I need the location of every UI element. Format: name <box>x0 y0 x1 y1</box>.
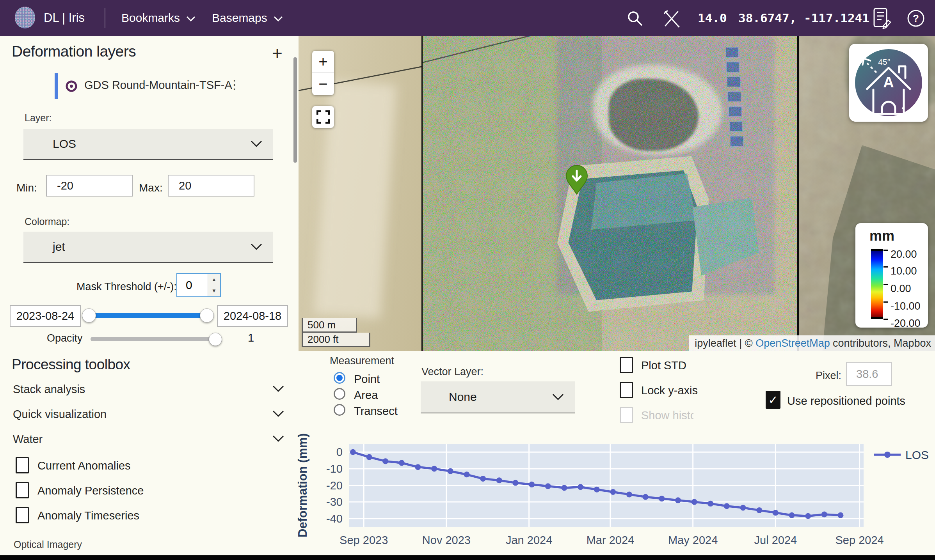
opacity-slider-handle[interactable] <box>209 333 222 346</box>
current-anomalies-checkbox[interactable] <box>16 457 29 473</box>
los-data-point[interactable] <box>707 501 713 507</box>
anomaly-timeseries-label: Anomaly Timeseries <box>37 509 139 522</box>
layer-visibility-icon[interactable] <box>65 80 78 94</box>
openstreetmap-link[interactable]: OpenStreetMap <box>755 337 830 349</box>
los-data-point[interactable] <box>415 464 421 470</box>
pixel-input[interactable] <box>846 362 892 386</box>
los-data-point[interactable] <box>821 512 827 517</box>
attribution-suffix: contributors, Mapbox <box>833 337 931 349</box>
colormap-select-label: Colormap: <box>25 216 69 227</box>
stepper-up-icon[interactable]: ▲ <box>208 274 220 285</box>
los-data-point[interactable] <box>773 510 779 516</box>
los-data-point[interactable] <box>691 499 697 505</box>
los-data-point[interactable] <box>837 512 843 518</box>
section-stack-analysis[interactable]: Stack analysis <box>13 383 85 396</box>
measurement-radio-transect[interactable] <box>334 404 345 416</box>
los-data-point[interactable] <box>561 485 567 491</box>
colorbar-tick: 10.00 <box>891 265 917 277</box>
los-data-point[interactable] <box>464 471 469 477</box>
measurement-radio-area[interactable] <box>334 388 345 400</box>
chevron-down-icon[interactable] <box>272 385 284 392</box>
section-water[interactable]: Water <box>13 433 43 446</box>
date-range-handle-start[interactable] <box>82 308 96 323</box>
los-data-point[interactable] <box>789 512 795 518</box>
plot-std-label: Plot STD <box>641 359 686 372</box>
map-canvas[interactable]: + − 500 m 2000 ft ipyleaflet | © OpenStr… <box>299 36 935 351</box>
los-data-point[interactable] <box>431 466 437 471</box>
layer-name[interactable]: GDS Round-Mountain-TSF-A <box>84 79 232 92</box>
menu-bookmarks[interactable]: Bookmarks <box>121 0 196 36</box>
los-data-point[interactable] <box>756 507 762 513</box>
chevron-down-icon[interactable] <box>272 410 284 417</box>
min-input[interactable] <box>46 175 133 197</box>
cursor-coordinates: 38.6747, -117.1241 <box>738 0 869 36</box>
los-data-point[interactable] <box>740 505 746 511</box>
date-end-input[interactable] <box>217 305 288 327</box>
date-range-handle-end[interactable] <box>200 308 214 323</box>
mask-threshold-input[interactable] <box>177 274 208 296</box>
anomaly-timeseries-checkbox[interactable] <box>16 507 29 523</box>
deformation-layers-title: Deformation layers <box>12 43 136 60</box>
date-start-input[interactable] <box>10 305 81 327</box>
legend-los-label[interactable]: LOS <box>905 448 929 461</box>
los-data-point[interactable] <box>578 484 583 490</box>
los-data-point[interactable] <box>643 494 649 500</box>
help-icon[interactable]: ? <box>906 9 926 28</box>
los-data-point[interactable] <box>675 497 681 503</box>
search-icon[interactable] <box>626 9 644 27</box>
max-input[interactable] <box>168 175 254 197</box>
menu-basemaps[interactable]: Basemaps <box>212 0 283 36</box>
fullscreen-button[interactable] <box>312 106 334 128</box>
chart-y-tick: -30 <box>326 496 343 508</box>
chevron-down-icon[interactable] <box>272 435 284 442</box>
los-data-point[interactable] <box>496 477 502 483</box>
stepper-arrows[interactable]: ▲ ▼ <box>208 274 220 296</box>
los-data-point[interactable] <box>805 513 811 519</box>
look-angle-widget[interactable]: A 45° <box>849 44 928 122</box>
los-data-point[interactable] <box>512 480 518 486</box>
los-data-point[interactable] <box>350 449 356 455</box>
los-data-point[interactable] <box>480 476 486 482</box>
measurement-radio-point[interactable] <box>334 372 345 384</box>
use-repositioned-label: Use repositioned points <box>787 395 935 408</box>
map-marker-pin[interactable] <box>565 165 588 196</box>
mask-threshold-stepper[interactable]: ▲ ▼ <box>176 273 221 297</box>
los-data-point[interactable] <box>382 458 388 464</box>
opacity-slider-track[interactable] <box>91 337 216 341</box>
notes-icon[interactable] <box>871 7 893 29</box>
app-logo-icon <box>14 6 36 29</box>
los-data-point[interactable] <box>610 489 616 495</box>
plot-std-checkbox[interactable] <box>620 357 633 373</box>
los-data-point[interactable] <box>594 487 600 493</box>
section-quick-visualization[interactable]: Quick visualization <box>13 408 107 421</box>
los-data-point[interactable] <box>448 468 453 474</box>
anomaly-persistence-checkbox[interactable] <box>16 482 29 498</box>
los-data-point[interactable] <box>724 503 730 509</box>
lock-y-axis-checkbox[interactable] <box>620 382 633 398</box>
los-data-point[interactable] <box>545 483 551 489</box>
layer-select[interactable]: LOS <box>23 129 273 160</box>
measurement-panel: Measurement Point Area Transect Vector L… <box>299 351 935 555</box>
los-data-point[interactable] <box>366 454 372 460</box>
menu-basemaps-label: Basemaps <box>212 11 267 25</box>
add-layer-button[interactable]: + <box>272 44 283 62</box>
los-data-point[interactable] <box>659 496 665 502</box>
sidebar-scrollbar[interactable] <box>293 57 297 163</box>
los-data-point[interactable] <box>399 460 405 466</box>
los-data-point[interactable] <box>626 491 632 497</box>
date-range-slider-track[interactable] <box>90 313 208 318</box>
layer-menu-kebab-icon[interactable]: ⋮ <box>228 77 241 92</box>
stepper-down-icon[interactable]: ▼ <box>208 285 220 296</box>
deformation-timeseries-chart[interactable]: 0-10-20-30-40Sep 2023Nov 2023Jan 2024Mar… <box>297 429 935 560</box>
use-repositioned-checkbox[interactable]: ✓ <box>766 391 780 409</box>
insar-speckle-texture <box>421 36 797 351</box>
vector-layer-select[interactable]: None <box>421 381 575 413</box>
zoom-in-button[interactable]: + <box>312 51 334 73</box>
map-attribution: ipyleaflet | © OpenStreetMap contributor… <box>689 335 935 351</box>
zoom-out-button[interactable]: − <box>312 73 334 95</box>
tools-icon[interactable] <box>662 9 682 28</box>
left-sidebar: Deformation layers + GDS Round-Mountain-… <box>0 36 299 555</box>
colormap-select[interactable]: jet <box>23 232 273 263</box>
chart-x-tick: Sep 2023 <box>340 534 388 546</box>
los-data-point[interactable] <box>529 482 535 487</box>
